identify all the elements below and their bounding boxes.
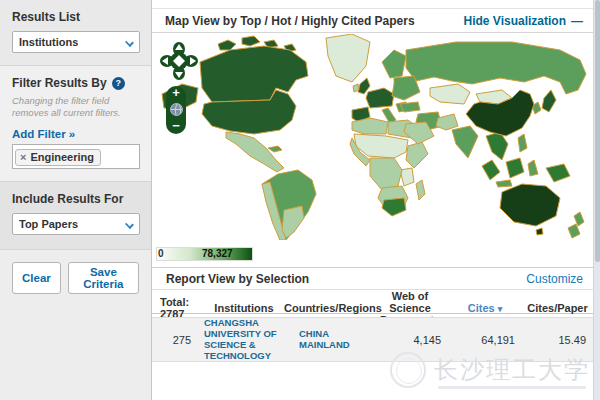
table-row: 275 CHANGSHA UNIVERSITY OF SCIENCE & TEC… [152, 317, 593, 362]
add-filter-link[interactable]: Add Filter » [12, 128, 75, 140]
sidebar: Results List Institutions Filter Results… [0, 0, 152, 400]
sidebar-actions: Clear Save Criteria [0, 250, 151, 304]
chevron-down-icon [125, 220, 134, 229]
results-list-dropdown[interactable]: Institutions [12, 31, 140, 53]
total-label: Total: [160, 296, 204, 308]
results-list-section: Results List Institutions [0, 0, 151, 66]
country-cell: CHINA MAINLAND [284, 329, 359, 351]
documents-cell: 4,145 [372, 334, 448, 346]
map-view-header: Map View by Top / Hot / Highly Cited Pap… [152, 8, 593, 33]
institution-link[interactable]: CHANGSHA UNIVERSITY OF SCIENCE & TECHNOL… [204, 318, 284, 362]
zoom-in-button[interactable]: + [172, 87, 180, 99]
remove-tag-icon[interactable]: × [20, 152, 26, 163]
column-header-institutions[interactable]: Institutions [204, 302, 284, 314]
map-area: + − [152, 34, 593, 246]
filter-tag-label: Engineering [30, 151, 94, 163]
sort-descending-icon: ▾ [498, 304, 503, 314]
map-view-title: Map View by Top / Hot / Highly Cited Pap… [165, 14, 415, 28]
row-count-cell: 275 [152, 334, 204, 346]
results-list-selected-value: Institutions [19, 36, 78, 48]
watermark-subtext [438, 386, 586, 389]
save-criteria-button[interactable]: Save Criteria [68, 262, 139, 294]
include-results-selected-value: Top Papers [19, 218, 78, 230]
main-content: Map View by Top / Hot / Highly Cited Pap… [152, 0, 593, 400]
scale-min-value: 0 [158, 248, 164, 259]
cites-cell: 64,191 [448, 334, 522, 346]
scale-max-value: 78,327 [202, 248, 233, 259]
column-header-cites-sorted[interactable]: Cites ▾ [448, 302, 522, 315]
filter-tag-engineering[interactable]: × Engineering [15, 149, 101, 166]
institution-cell: CHANGSHA UNIVERSITY OF SCIENCE & TECHNOL… [204, 318, 284, 362]
include-results-dropdown[interactable]: Top Papers [12, 213, 140, 235]
clear-button[interactable]: Clear [12, 262, 61, 294]
filter-section: Filter Results By ? Changing the filter … [0, 66, 151, 182]
hide-visualization-label: Hide Visualization [464, 14, 566, 28]
world-map[interactable] [156, 34, 592, 240]
results-table-header: Total: 2787 Institutions Countries/Regio… [152, 290, 593, 314]
filter-tags-input[interactable]: × Engineering [12, 144, 140, 170]
include-results-heading: Include Results For [12, 192, 139, 206]
filter-note: Changing the filter field removes all cu… [12, 95, 139, 119]
include-results-section: Include Results For Top Papers [0, 182, 151, 250]
column-header-cites-per-paper[interactable]: Cites/Paper [522, 302, 593, 314]
globe-icon[interactable] [170, 103, 183, 116]
chevron-down-icon [125, 38, 134, 47]
zoom-out-button[interactable]: − [172, 120, 180, 132]
scrollbar-thumb[interactable] [595, 0, 600, 262]
report-view-title: Report View by Selection [166, 272, 309, 286]
hide-visualization-link[interactable]: Hide Visualization — [464, 14, 583, 28]
esi-map-view-page: Results List Institutions Filter Results… [0, 0, 600, 400]
collapse-icon: — [571, 14, 583, 28]
results-list-heading: Results List [12, 10, 139, 24]
map-color-scale: 0 78,327 [156, 247, 276, 262]
map-zoom-control[interactable]: + − [166, 86, 186, 134]
customize-link[interactable]: Customize [526, 272, 583, 286]
vertical-scrollbar[interactable] [593, 0, 600, 400]
filter-heading: Filter Results By [12, 76, 107, 90]
map-pan-control[interactable] [160, 42, 198, 82]
report-view-header: Report View by Selection Customize [152, 267, 593, 290]
help-icon[interactable]: ? [112, 77, 125, 90]
column-header-countries-regions[interactable]: Countries/Regions [284, 302, 372, 314]
cites-per-paper-cell: 15.49 [522, 334, 593, 346]
